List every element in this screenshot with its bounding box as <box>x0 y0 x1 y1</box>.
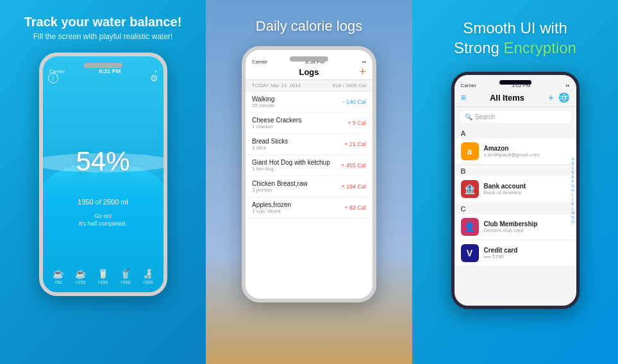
alpha-h[interactable]: H <box>572 188 575 192</box>
water-subtitle: Fill the screen with playful realistic w… <box>24 32 182 41</box>
alpha-k[interactable]: K <box>572 202 575 206</box>
club-detail: Dinners club card <box>484 228 538 233</box>
log-name-crackers: Cheese Crackers <box>252 117 301 124</box>
alpha-j[interactable]: J <box>572 197 575 201</box>
cal-nav-title: Logs <box>299 67 319 77</box>
cal-time: 8:58 PM <box>305 59 324 65</box>
pwd-alphabet: A B C D E F G H I J K L M N O <box>572 157 575 224</box>
cup-icon-50: ☕ <box>53 269 63 279</box>
alpha-e[interactable]: E <box>572 175 575 179</box>
cup-500[interactable]: 🍶 +500 <box>142 269 153 285</box>
calories-header: Daily calorie logs <box>243 0 375 42</box>
visa-detail: •••• 5796 <box>484 254 518 260</box>
cup-50[interactable]: ☕ +50 <box>53 269 63 285</box>
alpha-n[interactable]: N <box>572 215 575 219</box>
alpha-g[interactable]: G <box>572 184 575 188</box>
add-icon[interactable]: + <box>548 92 553 103</box>
pwd-item-bank[interactable]: 🏦 Bank account Bank of America <box>455 176 576 203</box>
cal-add-button[interactable]: + <box>359 65 366 79</box>
cup-150[interactable]: ☕ +150 <box>75 269 86 285</box>
amazon-detail: s.smithpaull@gmail.com <box>484 152 540 158</box>
water-encourage: Go on! It's half completed. <box>79 212 127 228</box>
cup-icon-250: 🥛 <box>97 269 108 279</box>
log-cal-breadsticks: + 21 Cal <box>344 141 366 147</box>
water-time: 6:31 PM <box>99 68 121 74</box>
log-detail-apples: 1 cup, sliced <box>252 208 291 214</box>
section-header-a: A <box>455 127 576 138</box>
water-status-bar: Carrier 6:31 PM ▪ <box>43 65 163 77</box>
panel-calories: Daily calorie logs Carrier 8:58 PM ▪▪ Lo… <box>206 0 412 364</box>
section-header-c: C <box>455 203 576 214</box>
phone-water: Carrier 6:31 PM ▪ i ⚙ 54% 1350 of 2500 m… <box>39 53 167 296</box>
log-detail-walking: 35 minute <box>252 103 274 108</box>
amazon-name: Amazon <box>484 145 540 152</box>
alpha-l[interactable]: L <box>572 206 575 210</box>
pwd-nav-icons: + 🌐 <box>548 92 569 103</box>
cup-icon-150: ☕ <box>75 269 86 279</box>
cal-date-header: TODAY Mar 13, 2014 618 / 1606 Cal <box>246 80 372 92</box>
log-cal-hotdog: + 455 Cal <box>341 162 366 169</box>
cup-250[interactable]: 🥛 +250 <box>97 269 108 285</box>
passwords-title-line1: Smooth UI with <box>463 19 567 37</box>
pwd-time: 3:02 PM <box>512 83 531 88</box>
log-item-walking[interactable]: Walking 35 minute - 140 Cal <box>246 92 372 113</box>
log-item-chicken[interactable]: Chicken Breast,raw 1 portion + 194 Cal <box>246 176 372 197</box>
phone-calories: Carrier 8:58 PM ▪▪ Logs + TODAY Mar 13, … <box>242 46 376 302</box>
cup-label-50: +50 <box>54 280 62 285</box>
alpha-c[interactable]: C <box>572 166 575 170</box>
alpha-f[interactable]: F <box>572 179 575 183</box>
log-item-hotdog[interactable]: Giant Hot Dog with ketchup 1 hot dog + 4… <box>246 155 372 176</box>
passwords-title-accent: Encryption <box>504 39 576 56</box>
log-item-breadsticks[interactable]: Bread Sticks 1 stick + 21 Cal <box>246 134 372 155</box>
water-title: Track your water balance! <box>24 14 182 29</box>
pwd-nav-bar: ≡ All Items + 🌐 <box>455 90 576 107</box>
phone-passwords: Carrier 3:02 PM ▪▪ ≡ All Items + 🌐 🔍 Sea… <box>451 72 580 309</box>
alpha-a[interactable]: A <box>572 157 575 161</box>
alpha-i[interactable]: I <box>572 193 575 197</box>
info-icon[interactable]: i <box>48 73 58 83</box>
cal-battery: ▪▪ <box>362 59 366 65</box>
log-detail-chicken: 1 portion <box>252 187 308 193</box>
alpha-d[interactable]: D <box>572 170 575 174</box>
visa-name: Credit card <box>484 247 518 254</box>
search-icon: 🔍 <box>465 113 472 120</box>
log-detail-breadsticks: 1 stick <box>252 145 288 151</box>
pwd-item-visa[interactable]: V Credit card •••• 5796 <box>455 240 576 267</box>
menu-icon[interactable]: ≡ <box>461 92 466 103</box>
cup-label-500: +500 <box>143 280 153 285</box>
amazon-icon: a <box>461 142 479 160</box>
cal-info: 618 / 1606 Cal <box>333 83 366 88</box>
passwords-screen: Carrier 3:02 PM ▪▪ ≡ All Items + 🌐 🔍 Sea… <box>455 75 576 306</box>
pwd-search-bar[interactable]: 🔍 Search <box>460 111 571 123</box>
globe-icon[interactable]: 🌐 <box>558 92 569 103</box>
club-name: Club Membership <box>484 220 538 228</box>
pwd-item-club[interactable]: 👤 Club Membership Dinners club card <box>455 214 576 240</box>
log-item-apples[interactable]: Apples,frozen 1 cup, sliced + 83 Cal <box>246 197 372 219</box>
encourage-line1: Go on! <box>94 213 112 219</box>
water-amount: 1350 of 2500 ml <box>78 198 128 206</box>
bank-detail: Bank of America <box>484 190 526 195</box>
gear-icon[interactable]: ⚙ <box>150 73 158 83</box>
water-header: Track your water balance! Fill the scree… <box>12 0 195 46</box>
alpha-o[interactable]: O <box>572 220 575 224</box>
cup-icon-330: 🥤 <box>120 269 131 279</box>
cup-330[interactable]: 🥤 +330 <box>120 269 131 285</box>
visa-icon: V <box>461 244 479 262</box>
log-cal-crackers: + 5 Cal <box>347 120 366 126</box>
log-name-apples: Apples,frozen <box>252 201 291 208</box>
search-placeholder-text: Search <box>475 113 496 120</box>
passwords-header: Smooth UI with Strong Encryption <box>441 0 589 65</box>
cup-icon-500: 🍶 <box>142 269 153 279</box>
cal-carrier: Carrier <box>252 59 267 65</box>
alpha-m[interactable]: M <box>572 211 575 215</box>
pwd-item-amazon[interactable]: a Amazon s.smithpaull@gmail.com <box>455 138 576 165</box>
alpha-b[interactable]: B <box>572 161 575 165</box>
log-name-walking: Walking <box>252 95 274 103</box>
log-cal-chicken: + 194 Cal <box>341 183 366 190</box>
log-item-crackers[interactable]: Cheese Crackers 1 cracker + 5 Cal <box>246 113 372 134</box>
water-screen: Carrier 6:31 PM ▪ i ⚙ 54% 1350 of 2500 m… <box>43 56 163 292</box>
cup-label-250: +250 <box>98 280 108 285</box>
calories-screen: Carrier 8:58 PM ▪▪ Logs + TODAY Mar 13, … <box>246 50 372 299</box>
cup-label-330: +330 <box>121 280 131 285</box>
cal-date: TODAY Mar 13, 2014 <box>252 83 301 88</box>
